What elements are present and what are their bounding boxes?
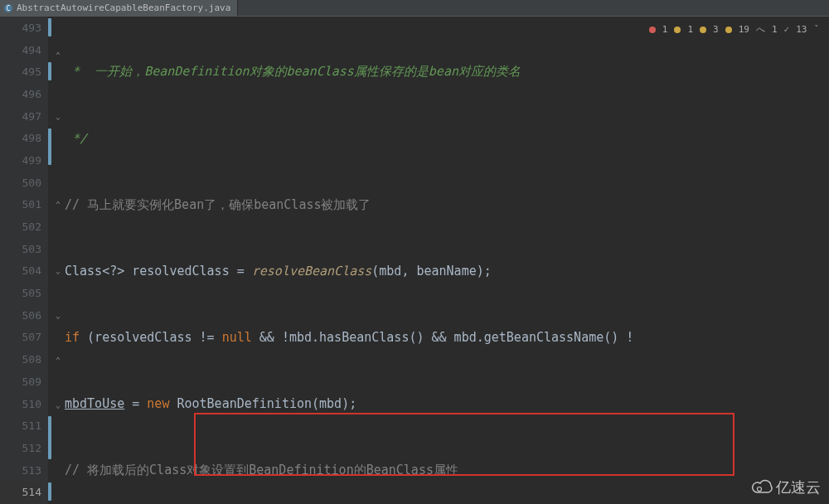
line-number: 508	[0, 348, 41, 371]
line-number: 511	[0, 414, 41, 437]
code-line: * 一开始，BeanDefinition对象的beanClass属性保存的是be…	[65, 61, 829, 83]
info-count: 1	[772, 24, 778, 35]
line-number: 496	[0, 83, 41, 105]
vcs-change-marker[interactable]	[48, 416, 51, 459]
line-number: 505	[0, 282, 41, 304]
fold-start-icon[interactable]: ⌄	[54, 267, 62, 275]
code-line: if (resolvedClass != null && !mbd.hasBea…	[65, 327, 829, 349]
line-number: 498	[0, 127, 41, 149]
java-class-icon: C	[3, 3, 13, 13]
fold-end-icon[interactable]: ⌃	[54, 201, 62, 209]
line-number: 493	[0, 17, 41, 39]
line-number: 514	[0, 481, 41, 503]
vcs-change-marker[interactable]	[48, 18, 51, 36]
code-line: */	[65, 128, 829, 150]
vcs-change-marker[interactable]	[48, 128, 51, 165]
tab-filename: AbstractAutowireCapableBeanFactory.java	[17, 2, 230, 13]
vcs-change-marker[interactable]	[48, 62, 51, 80]
line-number: 502	[0, 216, 41, 238]
line-number: 504	[0, 260, 41, 283]
watermark-text: 亿速云	[776, 477, 821, 497]
code-line: mbdToUse = new RootBeanDefinition(mbd);	[65, 393, 829, 415]
code-editor[interactable]: 493 494 495 496 497 498 499 500 501 502 …	[0, 17, 829, 504]
line-number: 512	[0, 437, 41, 459]
fold-gutter: ⌃ ⌄ ⌃ ⌄ ⌄ ⌃ ⌄	[53, 17, 65, 504]
fold-end-icon[interactable]: ⌃	[54, 356, 62, 365]
warn-count-3: 19	[739, 24, 749, 35]
line-number: 507	[0, 327, 41, 349]
vcs-change-marker[interactable]	[48, 482, 51, 501]
line-number: 500	[0, 172, 41, 194]
fold-start-icon[interactable]: ⌄	[54, 312, 62, 320]
line-number: 495	[0, 61, 41, 83]
line-number: 503	[0, 238, 41, 260]
inspection-summary[interactable]: 1 1 3 19 へ1 ✓13 ˇ	[649, 23, 819, 36]
fold-end-icon[interactable]: ⌃	[54, 51, 62, 60]
error-count: 1	[662, 24, 668, 35]
svg-point-2	[758, 487, 762, 492]
line-number: 513	[0, 459, 41, 482]
fold-start-icon[interactable]: ⌄	[54, 401, 62, 410]
warn-icon-3	[725, 27, 732, 33]
chevron-icon: ˇ	[813, 24, 819, 35]
line-number: 494	[0, 39, 41, 61]
warn-icon	[674, 27, 681, 33]
fold-start-icon[interactable]: ⌄	[54, 113, 62, 121]
tab-bar: C AbstractAutowireCapableBeanFactory.jav…	[0, 0, 829, 17]
warn-count-1: 1	[687, 24, 693, 35]
warn-count-2: 3	[713, 24, 719, 35]
error-icon	[649, 27, 656, 33]
warn-icon-2	[700, 27, 706, 33]
line-number: 506	[0, 304, 41, 327]
line-number: 501	[0, 194, 41, 216]
line-number: 509	[0, 371, 41, 393]
editor-tab[interactable]: C AbstractAutowireCapableBeanFactory.jav…	[0, 0, 238, 16]
line-number: 497	[0, 105, 41, 128]
line-number-gutter: 493 494 495 496 497 498 499 500 501 502 …	[0, 17, 48, 504]
code-line: // 马上就要实例化Bean了，确保beanClass被加载了	[65, 194, 829, 216]
line-number: 499	[0, 149, 41, 172]
cloud-icon	[751, 479, 773, 496]
svg-text:C: C	[7, 5, 11, 12]
line-number: 510	[0, 393, 41, 415]
code-area[interactable]: * 一开始，BeanDefinition对象的beanClass属性保存的是be…	[65, 17, 829, 504]
code-line: // 将加载后的Class对象设置到BeanDefinition的BeanCla…	[65, 459, 829, 482]
typo-icon: ✓	[784, 24, 790, 35]
info-icon: へ	[756, 23, 765, 36]
watermark: 亿速云	[751, 477, 821, 497]
typo-count: 13	[796, 24, 807, 35]
code-line: Class<?> resolvedClass = resolveBeanClas…	[65, 260, 829, 283]
